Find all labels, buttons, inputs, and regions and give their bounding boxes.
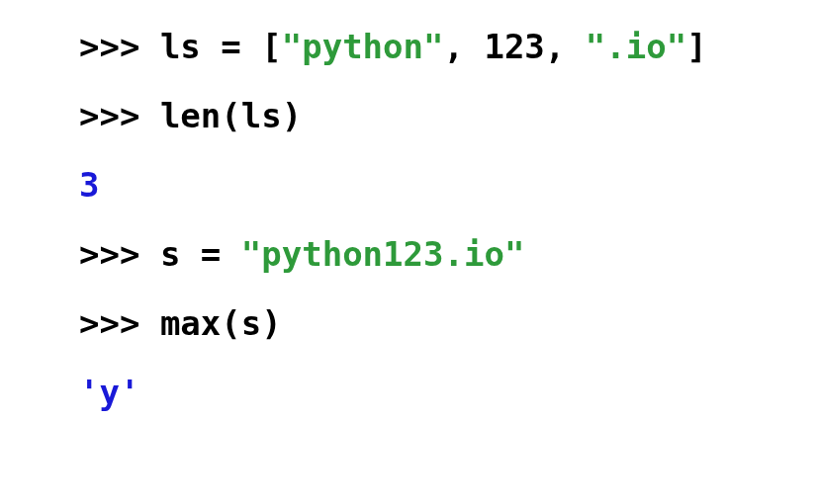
repl-line-1: >>> ls = ["python", 123, ".io"] (79, 30, 818, 63)
string-literal: ".io" (586, 27, 686, 66)
repl-prompt: >>> (79, 234, 160, 274)
output-number: 3 (79, 165, 99, 205)
repl-prompt: >>> (79, 303, 160, 343)
repl-output-2: 'y' (79, 376, 818, 409)
string-literal: "python" (282, 27, 444, 66)
repl-output-1: 3 (79, 168, 818, 202)
repl-prompt: >>> (79, 27, 160, 66)
repl-line-4: >>> max(s) (79, 306, 818, 340)
string-literal: "python123.io" (241, 234, 525, 274)
code-segment: max(s) (160, 303, 282, 343)
code-segment: s = (160, 234, 241, 274)
code-segment: ls = [ (160, 27, 282, 66)
code-segment: len(ls) (160, 96, 302, 135)
code-segment: , 123, (443, 27, 585, 66)
repl-prompt: >>> (79, 96, 160, 135)
output-string: 'y' (79, 373, 139, 412)
code-segment: ] (686, 27, 706, 66)
repl-line-2: >>> len(ls) (79, 99, 818, 132)
repl-line-3: >>> s = "python123.io" (79, 237, 818, 271)
